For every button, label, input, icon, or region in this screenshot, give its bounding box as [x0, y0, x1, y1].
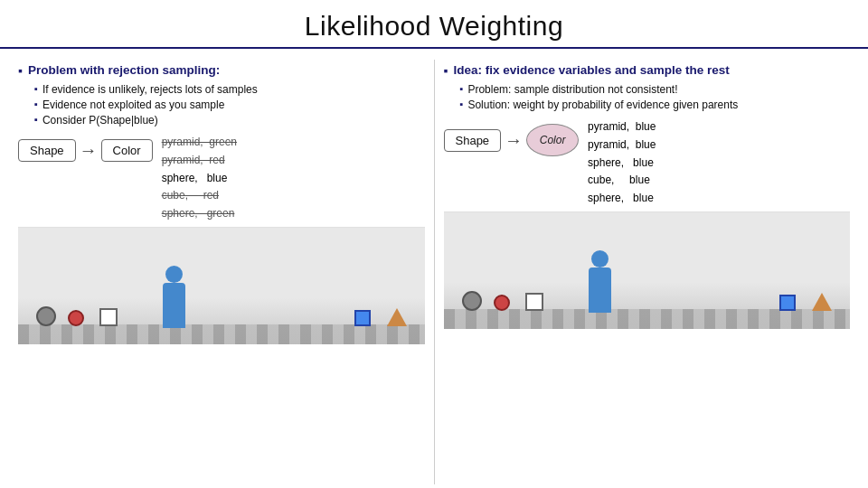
color-node-right: Color [526, 124, 579, 156]
r-shape-circle-2 [494, 295, 510, 311]
robot-strip-left [18, 227, 425, 344]
right-sample-row-3: cube, blue [588, 172, 656, 190]
sample-text-1: pyramid, red [162, 154, 225, 166]
main-content: Problem with rejection sampling: If evid… [0, 56, 868, 488]
left-main-bullet: Problem with rejection sampling: [18, 63, 425, 78]
shape-triangle [387, 308, 407, 326]
left-diagram: Shape → Color pyramid, green pyramid, re… [18, 134, 425, 223]
r-robot-head [591, 250, 609, 267]
right-sample-row-4: sphere, blue [588, 190, 656, 208]
title-bar: Likelihood Weighting [0, 0, 868, 49]
left-sub-bullet-2: Evidence not exploited as you sample [34, 99, 425, 111]
right-column: Idea: fix evidence variables and sample … [435, 56, 860, 488]
robot-head [165, 266, 183, 283]
shape-circle-2 [68, 310, 84, 326]
page: Likelihood Weighting Problem with reject… [0, 0, 868, 488]
node-row-left: Shape → Color [18, 139, 153, 162]
left-sample-table: pyramid, green pyramid, red sphere, blue… [162, 134, 237, 223]
right-sample-row-2: sphere, blue [588, 155, 656, 173]
right-sample-table: pyramid, blue pyramid, blue sphere, blue… [588, 118, 656, 208]
sample-row-2: sphere, blue [162, 170, 237, 188]
right-sample-row-1: pyramid, blue [588, 136, 656, 155]
left-diagram-nodes: Shape → Color [18, 134, 153, 162]
right-diagram-nodes: Shape → Color [444, 118, 580, 156]
r-shape-circle-1 [462, 291, 482, 311]
color-node-left: Color [101, 139, 153, 162]
right-sub-bullet-1: Problem: sample distribution not consist… [460, 83, 851, 96]
conveyor-belt-left [18, 324, 425, 344]
shape-blue-box [354, 310, 371, 326]
arrow-left: → [80, 140, 98, 161]
arrow-right: → [505, 130, 523, 151]
r-robot-body [589, 267, 611, 313]
shape-circle-1 [36, 306, 56, 326]
sample-row-1: pyramid, red [162, 152, 237, 170]
left-column: Problem with rejection sampling: If evid… [9, 56, 434, 488]
sample-text-3: cube, red [162, 189, 219, 202]
left-sub-bullet-1: If evidence is unlikely, rejects lots of… [34, 83, 425, 96]
right-main-bullet: Idea: fix evidence variables and sample … [444, 63, 851, 78]
sample-row-4: sphere, green [162, 205, 237, 223]
conveyor-belt-right [444, 309, 851, 329]
r-shape-box-1 [525, 293, 543, 311]
shape-node-left: Shape [18, 139, 76, 162]
shape-box-1 [99, 308, 118, 326]
sample-row-3: cube, red [162, 187, 237, 205]
sample-text-0: pyramid, green [162, 136, 237, 148]
right-sample-row-0: pyramid, blue [588, 118, 656, 136]
r-shape-triangle [812, 293, 832, 311]
right-diagram: Shape → Color pyramid, blue pyramid, blu… [444, 118, 851, 208]
left-sub-bullet-3: Consider P(Shape|blue) [34, 114, 425, 127]
node-row-right: Shape → Color [444, 124, 580, 156]
sample-row-0: pyramid, green [162, 134, 237, 152]
right-sub-bullet-2: Solution: weight by probability of evide… [460, 99, 851, 111]
shape-node-right: Shape [444, 129, 502, 152]
r-shape-blue-box [779, 295, 796, 311]
robot-body [163, 283, 185, 328]
sample-text-4: sphere, green [162, 207, 235, 220]
page-title: Likelihood Weighting [0, 11, 868, 42]
robot-strip-right [444, 211, 851, 329]
